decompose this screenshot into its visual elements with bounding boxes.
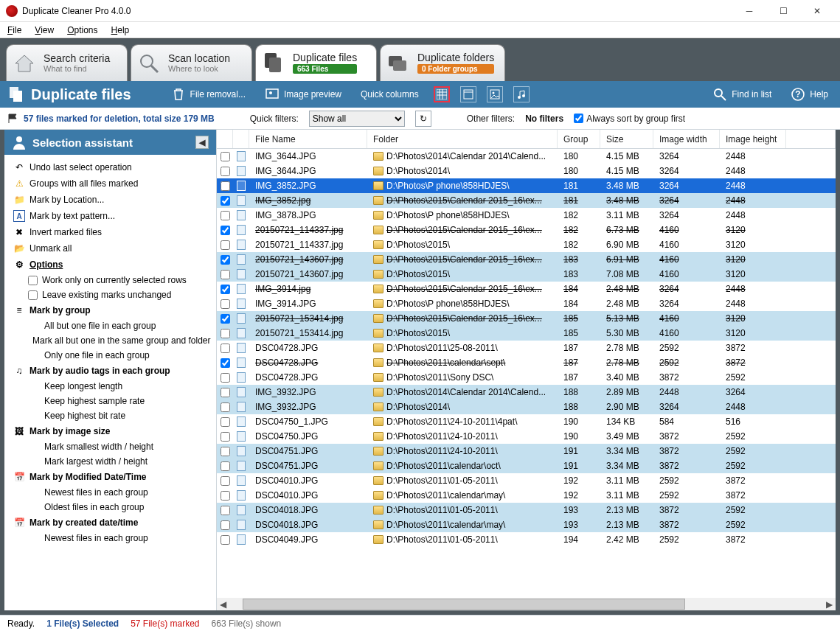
row-checkbox[interactable] (221, 491, 230, 501)
minimize-button[interactable]: ─ (732, 0, 766, 22)
sidebar-collapse-button[interactable]: ◀ (195, 136, 209, 149)
row-checkbox[interactable] (221, 373, 230, 383)
table-row[interactable]: IMG_3852.JPGD:\Photos\P phone\858HDJES\1… (217, 178, 836, 193)
tab-duplicate-files[interactable]: Duplicate files663 Files (255, 44, 377, 81)
sidebar-item[interactable]: ⚙Options (7, 257, 213, 273)
row-checkbox[interactable] (221, 211, 230, 220)
table-row[interactable]: IMG_3644.JPGD:\Photos\2014\1804.15 MB326… (217, 164, 836, 178)
option-checkbox[interactable] (28, 290, 38, 300)
row-checkbox[interactable] (221, 329, 230, 338)
row-checkbox[interactable] (221, 285, 230, 294)
th-filename[interactable]: File Name (249, 130, 367, 148)
row-checkbox[interactable] (221, 181, 230, 191)
table-row[interactable]: IMG_3644.JPGD:\Photos\2014\Calendar 2014… (217, 149, 836, 164)
row-checkbox[interactable] (221, 299, 230, 309)
table-row[interactable]: 20150721_153414.jpgD:\Photos\2015\1855.3… (217, 326, 836, 341)
close-button[interactable]: ✕ (800, 0, 834, 22)
table-row[interactable]: 20150721_114337.jpgD:\Photos\2015\Calend… (217, 223, 836, 237)
row-checkbox[interactable] (221, 196, 230, 206)
sidebar-item[interactable]: Mark smallest width / height (7, 439, 213, 454)
table-row[interactable]: 20150721_143607.jpgD:\Photos\2015\1837.0… (217, 267, 836, 282)
sidebar-item[interactable]: 📂Unmark all (7, 240, 213, 257)
menu-help[interactable]: Help (111, 25, 130, 35)
row-checkbox[interactable] (221, 461, 230, 471)
th-size[interactable]: Size (600, 130, 653, 148)
row-checkbox[interactable] (221, 476, 230, 486)
sidebar-item[interactable]: Keep highest bit rate (7, 408, 213, 423)
sidebar-item[interactable]: 📅Mark by Modified Date/Time (7, 469, 213, 485)
th-imgwidth[interactable]: Image width (653, 130, 720, 148)
tab-search-criteria[interactable]: Search criteriaWhat to find (6, 44, 128, 81)
row-checkbox[interactable] (221, 167, 230, 176)
sidebar-item[interactable]: ✖Invert marked files (7, 224, 213, 240)
quick-col-window-button[interactable] (460, 86, 476, 102)
sidebar-item[interactable]: Oldest files in each group (7, 500, 213, 515)
sidebar-item[interactable]: Mark all but one in the same group and f… (7, 333, 213, 348)
sidebar-item[interactable]: Mark largest width / height (7, 454, 213, 469)
th-folder[interactable]: Folder (367, 130, 558, 148)
tab-scan-location[interactable]: Scan locationWhere to look (131, 44, 252, 81)
sidebar-item[interactable]: Keep longest length (7, 379, 213, 394)
table-row[interactable]: IMG_3914.JPGD:\Photos\P phone\858HDJES\1… (217, 296, 836, 311)
row-checkbox[interactable] (221, 388, 230, 397)
sidebar-item[interactable]: ≡Mark by group (7, 302, 213, 318)
table-row[interactable]: IMG_3914.jpgD:\Photos\2015\Calendar 2015… (217, 282, 836, 296)
table-row[interactable]: 20150721_153414.jpgD:\Photos\2015\Calend… (217, 311, 836, 326)
table-row[interactable]: DSC04750_1.JPGD:\Photos\2011\24-10-2011\… (217, 414, 836, 429)
table-row[interactable]: IMG_3878.JPGD:\Photos\P phone\858HDJES\1… (217, 208, 836, 223)
refresh-button[interactable]: ↻ (415, 111, 431, 127)
row-checkbox[interactable] (221, 270, 230, 279)
sidebar-item[interactable]: ♫Mark by audio tags in each group (7, 363, 213, 379)
table-row[interactable]: DSC04751.JPGD:\Photos\2011\calendar\oct\… (217, 459, 836, 473)
always-sort-checkbox[interactable]: Always sort by group first (574, 114, 685, 124)
option-checkbox[interactable] (28, 276, 38, 285)
file-removal-button[interactable]: File removal... (167, 86, 250, 103)
image-preview-button[interactable]: Image preview (260, 86, 346, 103)
menu-file[interactable]: File (7, 25, 21, 35)
row-checkbox[interactable] (221, 358, 230, 368)
table-row[interactable]: 20150721_143607.jpgD:\Photos\2015\Calend… (217, 252, 836, 267)
row-checkbox[interactable] (221, 447, 230, 456)
sidebar-item[interactable]: 📅Mark by created date/time (7, 515, 213, 531)
sidebar-item[interactable]: Newest files in each group (7, 485, 213, 500)
row-checkbox[interactable] (221, 506, 230, 515)
row-checkbox[interactable] (221, 535, 230, 545)
table-row[interactable]: 20150721_114337.jpgD:\Photos\2015\1826.9… (217, 237, 836, 252)
sidebar-item[interactable]: ⚠Groups with all files marked (7, 175, 213, 192)
sidebar-body[interactable]: ↶Undo last select operation⚠Groups with … (4, 155, 216, 550)
table-row[interactable]: DSC04750.JPGD:\Photos\2011\24-10-2011\19… (217, 429, 836, 444)
table-body[interactable]: IMG_3644.JPGD:\Photos\2014\Calendar 2014… (217, 149, 836, 598)
quick-col-grid-button[interactable] (434, 86, 450, 102)
th-imgheight[interactable]: Image height (720, 130, 786, 148)
row-checkbox[interactable] (221, 240, 230, 250)
quick-filter-select[interactable]: Show all (309, 111, 405, 127)
row-checkbox[interactable] (221, 344, 230, 353)
table-row[interactable]: DSC04728.JPGD:\Photos\2011\25-08-2011\18… (217, 341, 836, 355)
menu-view[interactable]: View (35, 25, 54, 35)
sidebar-item[interactable]: Only one file in each group (7, 348, 213, 363)
quick-col-image-button[interactable] (487, 86, 503, 102)
th-group[interactable]: Group (558, 130, 600, 148)
table-row[interactable]: IMG_3852.jpgD:\Photos\2015\Calendar 2015… (217, 193, 836, 208)
row-checkbox[interactable] (221, 417, 230, 427)
table-row[interactable]: DSC04018.JPGD:\Photos\2011\01-05-2011\19… (217, 503, 836, 517)
quick-col-music-button[interactable] (513, 86, 530, 102)
row-checkbox[interactable] (221, 152, 230, 161)
row-checkbox[interactable] (221, 520, 230, 530)
sidebar-item[interactable]: Leave existing marks unchanged (7, 287, 213, 302)
sidebar-item[interactable]: 🖼Mark by image size (7, 423, 213, 439)
table-row[interactable]: DSC04010.JPGD:\Photos\2011\01-05-2011\19… (217, 473, 836, 488)
sidebar-item[interactable]: All but one file in each group (7, 318, 213, 333)
table-row[interactable]: DSC04728.JPGD:\Photos\2011\calendar\sept… (217, 355, 836, 370)
row-checkbox[interactable] (221, 402, 230, 412)
sidebar-item[interactable]: Work only on currently selected rows (7, 273, 213, 287)
table-row[interactable]: DSC04018.JPGD:\Photos\2011\calendar\may\… (217, 517, 836, 532)
sidebar-item[interactable]: Keep highest sample rate (7, 394, 213, 408)
help-button[interactable]: ? Help (786, 86, 833, 103)
sidebar-item[interactable]: ↶Undo last select operation (7, 159, 213, 175)
table-row[interactable]: IMG_3932.JPGD:\Photos\2014\Calendar 2014… (217, 385, 836, 400)
table-row[interactable]: IMG_3932.JPGD:\Photos\2014\1882.90 MB326… (217, 400, 836, 414)
table-row[interactable]: DSC04049.JPGD:\Photos\2011\01-05-2011\19… (217, 532, 836, 547)
tab-duplicate-folders[interactable]: Duplicate folders0 Folder groups (380, 44, 505, 81)
sidebar-item[interactable]: AMark by text pattern... (7, 208, 213, 224)
